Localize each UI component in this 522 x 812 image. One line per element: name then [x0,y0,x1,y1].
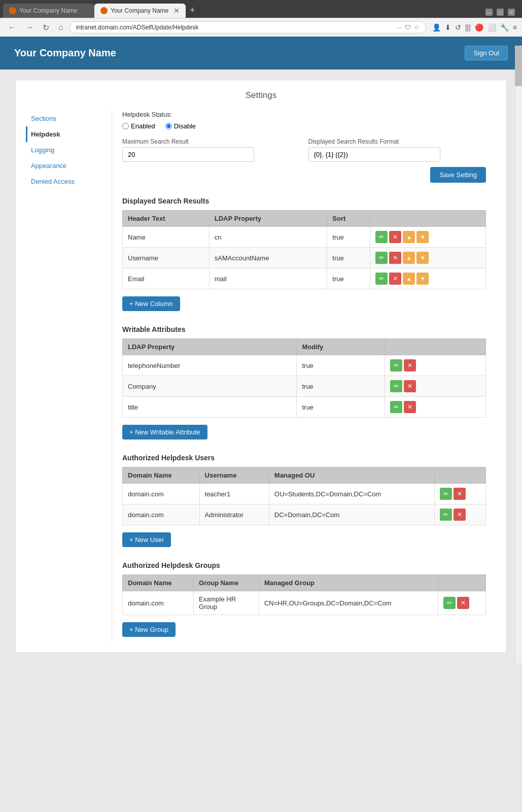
sidebar-item-sections[interactable]: Sections [26,111,112,126]
cell-domain: domain.com [123,504,200,525]
cell-header-text: Username [123,248,210,268]
col-ldap-property: LDAP Property [123,339,297,355]
home-button[interactable]: ⌂ [55,22,66,33]
sign-out-button[interactable]: Sign Out [465,46,508,60]
edit-button[interactable]: ✏ [440,509,452,521]
sidebar-item-helpdesk[interactable]: Helpdesk [26,126,112,142]
writable-attributes-table: LDAP Property Modify telephoneNumber tru… [122,339,486,418]
radio-disable[interactable]: Disable [165,122,196,130]
back-button[interactable]: ← [5,22,19,33]
edit-button[interactable]: ✏ [375,252,388,264]
edit-button[interactable]: ✏ [440,488,452,500]
forward-button[interactable]: → [22,22,37,33]
edit-button[interactable]: ✏ [390,401,402,413]
tab-1[interactable]: Your Company Name ✕ [3,4,94,18]
helpdesk-settings: Helpdesk Status: Enabled Disable [112,111,496,642]
search-format-row: Maximum Search Result 20 Displayed Searc… [122,138,486,162]
delete-button[interactable]: ✕ [454,488,466,500]
cell-actions: ✏ ✕ [385,397,486,418]
table-row: domain.com Example HRGroup CN=HR,OU=Grou… [123,591,486,615]
col-actions [385,339,486,355]
new-tab-button[interactable]: + [186,3,199,18]
scrollbar-thumb[interactable] [515,46,522,86]
cell-modify: true [297,376,385,397]
delete-button[interactable]: ✕ [454,509,466,521]
radio-disable-input[interactable] [165,123,172,129]
helpdesk-status-section: Helpdesk Status: Enabled Disable [122,111,486,130]
col-ldap-property: LDAP Property [209,211,327,227]
table-row: domain.com teacher1 OU=Students,DC=Domai… [123,484,486,504]
edit-button[interactable]: ✏ [375,231,388,243]
delete-button[interactable]: ✕ [389,231,401,243]
tab-title-1: Your Company Name [19,7,79,14]
move-down-button[interactable]: ▼ [416,231,429,243]
cell-managed-group: CN=HR,OU=Groups,DC=Domain,DC=Com [259,591,438,615]
radio-enabled-label: Enabled [131,122,155,130]
tab-close-1[interactable]: ✕ [82,7,88,15]
new-group-button[interactable]: + New Group [122,622,176,637]
reload-button[interactable]: ↻ [40,22,52,33]
cell-actions: ✏ ✕ [438,591,486,615]
maximize-button[interactable]: □ [497,9,504,16]
cell-actions: ✏ ✕ ▲ ▼ [370,268,486,289]
displayed-search-table: Header Text LDAP Property Sort Name cn t… [122,210,486,289]
cell-modify: true [297,355,385,376]
radio-enabled-input[interactable] [122,123,129,129]
tab-2[interactable]: Your Company Name ✕ [94,4,186,18]
radio-enabled[interactable]: Enabled [122,122,155,130]
cell-actions: ✏ ✕ [434,484,485,504]
cell-ldap: telephoneNumber [123,355,297,376]
new-column-button[interactable]: + New Column [122,296,180,311]
display-format-input[interactable]: {0}, {1} ({2}) [308,147,440,162]
move-up-button[interactable]: ▲ [403,273,415,285]
col-username: Username [199,467,269,484]
cell-username: Administrator [199,504,269,525]
display-format-label: Displayed Search Results Format [308,138,486,145]
cell-ldap: cn [209,227,327,248]
delete-button[interactable]: ✕ [404,359,416,371]
col-actions [370,211,486,227]
sidebar-item-appearance[interactable]: Appearance [26,158,112,174]
cell-domain: domain.com [123,484,200,504]
edit-button[interactable]: ✏ [390,359,402,371]
authorized-groups-table: Domain Name Group Name Managed Group dom… [122,574,486,615]
cell-domain: domain.com [123,591,194,615]
edit-button[interactable]: ✏ [443,597,456,609]
cell-actions: ✏ ✕ [385,376,486,397]
cell-header-text: Email [123,268,210,289]
edit-button[interactable]: ✏ [390,380,402,392]
move-down-button[interactable]: ▼ [416,273,429,285]
move-down-button[interactable]: ▼ [416,252,429,264]
cell-ldap: sAMAccountName [209,248,327,268]
tab-close-2[interactable]: ✕ [173,7,180,15]
delete-button[interactable]: ✕ [404,401,416,413]
delete-button[interactable]: ✕ [404,380,416,392]
cell-ldap: Company [123,376,297,397]
display-format-group: Displayed Search Results Format {0}, {1}… [308,138,486,162]
new-writable-attribute-button[interactable]: + New Writable Attribute [122,425,207,439]
address-bar[interactable]: intranet.domain.com/ADSelfUpdate/Helpdes… [69,21,426,33]
max-search-label: Maximum Search Result [122,138,300,145]
cell-header-text: Name [123,227,210,248]
sidebar-item-logging[interactable]: Logging [26,142,112,158]
settings-title: Settings [26,90,496,100]
sidebar-item-denied-access[interactable]: Denied Access [26,174,112,189]
radio-disable-label: Disable [174,122,196,130]
cell-group-name: Example HRGroup [194,591,259,615]
cell-sort: true [327,227,370,248]
max-search-input[interactable]: 20 [122,147,254,162]
authorized-groups-title: Authorized Helpdesk Groups [122,561,486,569]
col-actions [438,575,486,591]
close-button[interactable]: ✕ [508,9,515,16]
move-up-button[interactable]: ▲ [403,231,415,243]
delete-button[interactable]: ✕ [389,273,401,285]
col-sort: Sort [327,211,370,227]
delete-button[interactable]: ✕ [389,252,401,264]
delete-button[interactable]: ✕ [457,597,469,609]
save-setting-button[interactable]: Save Setting [430,167,486,183]
table-row: Company true ✏ ✕ [123,376,486,397]
edit-button[interactable]: ✏ [375,273,388,285]
minimize-button[interactable]: — [485,9,493,16]
move-up-button[interactable]: ▲ [403,252,415,264]
new-user-button[interactable]: + New User [122,532,171,547]
